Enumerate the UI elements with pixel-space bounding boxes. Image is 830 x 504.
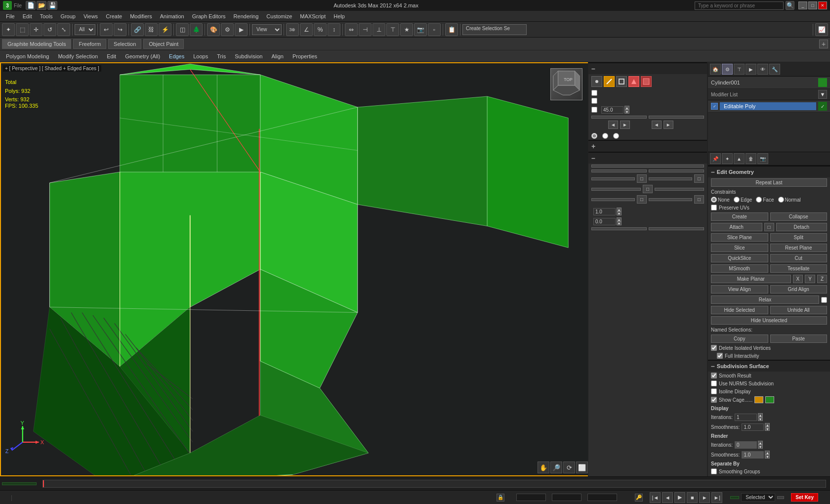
render-smoothness-up[interactable]: ▲ [765,451,770,455]
reset-plane-btn[interactable]: Reset Plane [770,244,828,252]
place-highlight-btn[interactable]: ★ [400,23,413,36]
extrude-btn[interactable] [591,177,635,180]
smooth-result-checkbox[interactable] [711,373,717,378]
edit-edges-collapse[interactable]: – [591,154,595,162]
move-btn[interactable]: ✛ [30,23,42,36]
unhide-all-btn[interactable]: Unhide All [770,306,828,314]
mod-nav-pin[interactable]: 📌 [710,153,721,164]
collapse-btn[interactable]: Collapse [770,212,828,221]
sub-geometry-all[interactable]: Geometry (All) [121,52,164,60]
render-iterations-down[interactable]: ▼ [758,445,763,449]
unlink-btn[interactable]: ⛓ [145,23,158,36]
display-iterations-down[interactable]: ▼ [758,417,763,421]
search-input[interactable] [695,1,784,10]
edge-radio[interactable] [734,197,740,203]
menu-rendering[interactable]: Rendering [230,12,263,20]
relax-btn[interactable]: Relax [711,295,819,304]
detach-btn[interactable]: Detach [776,223,828,231]
menu-file[interactable]: File [2,12,19,20]
y-btn[interactable]: Y [805,275,815,283]
polygon-mode-btn[interactable] [628,76,639,87]
view-align-btn[interactable]: View Align [711,285,768,294]
percent-snap-btn[interactable]: % [314,23,327,36]
layer-mgr-btn[interactable]: ◫ [176,23,189,36]
target-weld-btn[interactable] [655,188,704,191]
search-btn[interactable]: 🔍 [786,1,794,10]
crease-up[interactable]: ▲ [617,217,622,221]
panel-icon-motion[interactable]: ▶ [746,64,756,75]
weld-settings-btn[interactable]: □ [694,174,704,183]
view-dropdown[interactable]: View [252,24,282,35]
save-btn[interactable]: 💾 [47,1,57,10]
use-nurms-checkbox[interactable] [711,380,717,386]
render-setup-btn[interactable]: ⚙ [221,23,234,36]
orbit-btn[interactable]: ⟳ [563,462,575,473]
graphite-tab-object-paint[interactable]: Object Paint [143,39,184,49]
loop-left-btn[interactable]: ◄ [652,121,662,129]
relax-checkbox[interactable] [821,297,827,303]
curve-editor-btn[interactable]: 📈 [815,23,828,36]
preserve-uvs-checkbox[interactable] [711,205,717,210]
edge-mode-btn[interactable] [604,76,615,87]
mod-nav-down[interactable]: 🗑 [746,153,756,164]
hide-unselected-btn[interactable]: Hide Unselected [711,316,827,325]
zoom-btn[interactable]: 🔎 [550,462,562,473]
spinner-snap-btn[interactable]: ↕ [328,23,340,36]
selection-collapse[interactable]: – [591,65,595,73]
graphite-add-tab[interactable]: + [819,40,828,48]
hide-selected-btn[interactable]: Hide Selected [711,306,768,314]
render-smoothness-down[interactable]: ▼ [765,455,770,459]
pan-btn[interactable]: ✋ [538,462,549,473]
restore-btn[interactable]: □ [808,1,817,9]
panel-icon-hierarchy[interactable]: ⊤ [734,64,745,75]
tessellate-btn[interactable]: Tessellate [770,264,828,273]
sub-polygon-modeling[interactable]: Polygon Modeling [2,52,53,60]
connect-settings-btn[interactable]: □ [694,195,704,204]
msmooth-btn[interactable]: MSmooth [711,264,768,273]
x-coord-input[interactable] [516,494,546,501]
set-key-btn[interactable] [777,496,784,499]
weld-btn[interactable] [649,177,692,180]
insert-vertex-btn[interactable] [591,165,704,168]
modifier-visibility[interactable]: ✓ [711,103,718,110]
make-planar-btn[interactable]: Make Planar [711,275,791,283]
selected-dropdown[interactable]: Selected [741,493,775,502]
render-btn[interactable]: ▶ [235,23,248,36]
normal-align-btn[interactable]: ⊤ [386,23,399,36]
chamfer-btn[interactable] [591,188,641,191]
align-camera-btn[interactable]: 📷 [414,23,427,36]
auto-key-btn[interactable] [730,496,739,499]
undo-btn[interactable]: ↩ [100,23,113,36]
shrink-btn[interactable] [591,116,647,119]
split-edges-btn[interactable] [649,169,704,172]
remove-btn[interactable] [591,169,647,172]
off-radio[interactable] [591,133,597,139]
panel-icon-display[interactable]: 👁 [757,64,768,75]
z-btn[interactable]: Z [817,275,827,283]
menu-modifiers[interactable]: Modifiers [126,12,156,20]
bridge-settings-btn[interactable]: □ [637,195,647,204]
by-angle-input[interactable] [601,106,623,114]
key-icon[interactable]: 🔑 [635,494,643,502]
sub-properties[interactable]: Properties [289,52,321,60]
by-angle-down[interactable]: ▼ [624,110,629,114]
cut-btn[interactable]: Cut [770,254,828,262]
edit-tri-btn[interactable] [591,227,647,230]
menu-customize[interactable]: Customize [262,12,296,20]
timeline-track[interactable] [42,480,826,488]
turn-btn[interactable] [649,227,704,230]
mod-nav-up[interactable]: ▲ [734,153,745,164]
view-cube[interactable]: TOP [550,68,582,100]
zoom-extents-btn[interactable]: ⬜ [576,462,588,473]
anim-prev-frame-btn[interactable]: ◄ [662,492,673,503]
anim-key-next-btn[interactable]: ►| [711,492,722,503]
graphite-tab-selection[interactable]: Selection [108,39,141,49]
minimize-btn[interactable]: _ [798,1,807,9]
attach-settings-btn[interactable]: □ [764,223,774,231]
grow-btn[interactable] [649,116,704,119]
mod-nav-camera[interactable]: 📷 [757,153,768,164]
object-color-swatch[interactable] [818,78,827,87]
modifier-list-dropdown-btn[interactable]: ▼ [818,90,827,99]
show-cage-swatch-2[interactable] [765,396,774,403]
menu-views[interactable]: Views [80,12,102,20]
